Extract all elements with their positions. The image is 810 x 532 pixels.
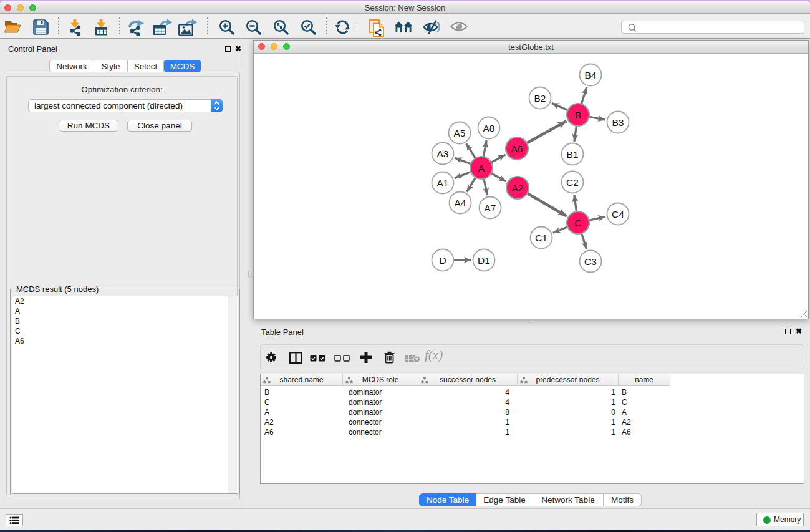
svg-text:A4: A4 [455,198,466,208]
svg-text:A3: A3 [437,148,449,159]
svg-text:B: B [575,110,581,120]
svg-text:A2: A2 [512,183,524,193]
svg-text:C: C [574,218,581,228]
svg-text:A7: A7 [485,203,496,213]
svg-text:A8: A8 [483,123,495,133]
svg-text:A5: A5 [454,128,466,138]
svg-text:A6: A6 [511,143,523,154]
svg-text:B1: B1 [567,149,579,160]
svg-text:C4: C4 [612,209,624,220]
svg-text:A: A [478,163,485,173]
svg-text:D1: D1 [478,255,490,266]
svg-text:C3: C3 [584,256,597,267]
svg-text:D: D [439,255,446,266]
svg-text:B4: B4 [585,70,597,80]
svg-text:B3: B3 [612,117,624,128]
svg-text:C1: C1 [535,233,547,243]
svg-text:C2: C2 [566,177,579,188]
svg-text:A1: A1 [437,178,449,188]
svg-text:B2: B2 [534,93,546,104]
